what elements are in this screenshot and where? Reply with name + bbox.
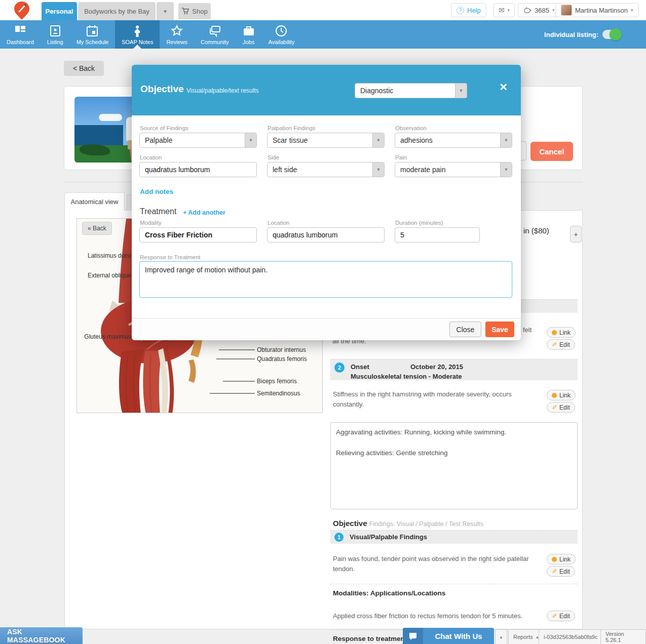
anatomy-label[interactable]: Biceps femoris	[257, 378, 297, 385]
ask-massagebook-button[interactable]: ASK MASSAGEBOOK	[0, 627, 83, 644]
clock-icon	[275, 24, 288, 37]
activities-textarea[interactable]: Aggravating activities: Running, kicking…	[330, 422, 578, 509]
treatment-location-input[interactable]	[267, 227, 385, 243]
modal-title: Objective	[140, 84, 184, 95]
pain-select[interactable]: moderate pain▼	[395, 162, 512, 177]
link-label: Link	[559, 392, 571, 399]
pain-label: Pain	[395, 154, 407, 160]
select-arrow-icon: ▼	[372, 163, 384, 177]
pencil-icon: ✎	[552, 341, 557, 348]
text-fragment-felt: felt	[523, 326, 531, 334]
edit-button[interactable]: ✎Edit	[547, 339, 575, 350]
nav-dashboard[interactable]: Dashboard	[0, 20, 41, 49]
avatar	[561, 5, 572, 16]
piggy-bank-icon	[523, 7, 531, 14]
business-dropdown-chevron[interactable]: ▾	[157, 2, 174, 20]
chevron-down-icon: ▾	[631, 8, 633, 13]
rewards-count: 3685	[535, 7, 549, 14]
response-textarea[interactable]: Improved range of motion without pain.	[139, 261, 512, 298]
collapse-tab[interactable]: ▲	[495, 629, 507, 644]
palpation-select[interactable]: Scar tissue▼	[267, 133, 385, 148]
label-line	[223, 381, 255, 382]
modalities-title: Modalities: Applications/Locations	[333, 589, 445, 597]
source-label: Source of Findings	[140, 125, 188, 131]
diagnostic-select[interactable]: Diagnostic▼	[355, 83, 467, 98]
chat-with-us-button[interactable]: Chat With Us	[403, 628, 494, 644]
edit-button[interactable]: ✎Edit	[547, 566, 575, 577]
treatment-location-label: Location	[268, 220, 289, 226]
nav-reviews[interactable]: Reviews	[160, 20, 194, 49]
nav-label: Listing	[47, 39, 63, 45]
person-icon	[131, 24, 144, 37]
nav-listing[interactable]: Listing	[41, 20, 70, 49]
treatment-heading: Treatment	[140, 207, 176, 216]
messages-button[interactable]: ✉ ▾	[493, 3, 515, 17]
anatomy-label[interactable]: Quadratus femoris	[257, 355, 307, 363]
main-nav: Dashboard Listing My Schedule SOAP Notes…	[0, 20, 646, 49]
link-button[interactable]: Link	[547, 390, 576, 400]
briefcase-icon	[242, 24, 255, 37]
user-menu-button[interactable]: Martina Martinson ▾	[555, 3, 639, 17]
quantity-stepper[interactable]: +	[570, 226, 582, 243]
rewards-button[interactable]: 3685 ▾	[518, 3, 560, 17]
chat-label: Chat With Us	[423, 632, 494, 640]
edit-button[interactable]: ✎Edit	[547, 611, 575, 621]
tab-shop[interactable]: Shop	[178, 3, 211, 19]
close-button[interactable]: Close	[449, 321, 481, 337]
select-arrow-icon: ▼	[500, 133, 512, 147]
nav-label: Reviews	[166, 39, 187, 45]
shop-label: Shop	[192, 8, 207, 15]
dashboard-icon	[14, 24, 27, 37]
edit-button[interactable]: ✎Edit	[547, 402, 575, 413]
tab-anatomical-view[interactable]: Anatomical view	[64, 192, 125, 211]
close-icon[interactable]: ✕	[499, 81, 508, 93]
anatomy-label[interactable]: External oblique	[81, 272, 131, 279]
findings-band: 1 Visual/Palpable Findings	[330, 530, 578, 544]
anatomy-label[interactable]: Latissimus dorsi	[81, 252, 131, 259]
anatomy-label[interactable]: Semitendinosus	[257, 390, 300, 397]
nav-label: My Schedule	[77, 39, 109, 45]
findings-title: Visual/Palpable Findings	[350, 533, 427, 542]
listing-icon	[49, 24, 62, 37]
add-another-link[interactable]: + Add another	[183, 209, 225, 216]
onset-condition: Musculoskeletal tension - Moderate	[351, 372, 463, 382]
user-name: Martina Martinson	[575, 7, 628, 14]
source-select[interactable]: Palpable▼	[139, 133, 257, 148]
massagebook-logo-icon[interactable]	[14, 2, 29, 20]
save-button[interactable]: Save	[485, 321, 514, 337]
star-icon	[170, 24, 183, 37]
help-button[interactable]: ? Help	[451, 3, 486, 17]
individual-listing-toggle[interactable]	[602, 30, 621, 39]
anatomy-label[interactable]: Obturator internus	[257, 346, 306, 353]
onset-band: 2 OnsetOctober 20, 2015 Musculoskeletal …	[330, 359, 578, 380]
location-input[interactable]	[139, 162, 257, 177]
add-notes-link[interactable]: Add notes	[140, 188, 173, 195]
side-label: Side	[268, 154, 279, 160]
label-line	[219, 349, 255, 350]
toggle-knob	[610, 28, 622, 41]
side-select[interactable]: left side▼	[267, 162, 385, 177]
tab-business-listing[interactable]: Bodyworks by the Bay	[78, 2, 156, 20]
reports-label: Reports	[513, 634, 533, 640]
nav-community[interactable]: Community	[194, 20, 236, 49]
link-button[interactable]: Link	[547, 327, 576, 338]
pencil-icon: ✎	[552, 613, 557, 620]
cart-icon	[181, 8, 189, 15]
modality-input[interactable]	[139, 227, 257, 243]
tab-personal[interactable]: Personal	[42, 2, 77, 20]
nav-availability[interactable]: Availability	[262, 20, 301, 49]
anatomy-label[interactable]: Gluteus maximus	[77, 333, 131, 340]
pencil-icon: ✎	[552, 568, 557, 575]
observation-select[interactable]: adhesions▼	[395, 133, 512, 148]
nav-soap-notes[interactable]: SOAP Notes	[115, 20, 160, 49]
back-button[interactable]: < Back	[64, 61, 104, 76]
service-price-fragment: in ($80)	[523, 226, 549, 235]
cancel-button[interactable]: Cancel	[530, 142, 573, 161]
response-title: Response to treatment	[333, 635, 407, 642]
nav-jobs[interactable]: Jobs	[236, 20, 262, 49]
side-value: left side	[273, 166, 297, 174]
nav-label: Community	[201, 39, 229, 45]
duration-input[interactable]	[395, 227, 480, 243]
nav-my-schedule[interactable]: My Schedule	[70, 20, 116, 49]
link-button[interactable]: Link	[547, 554, 576, 565]
